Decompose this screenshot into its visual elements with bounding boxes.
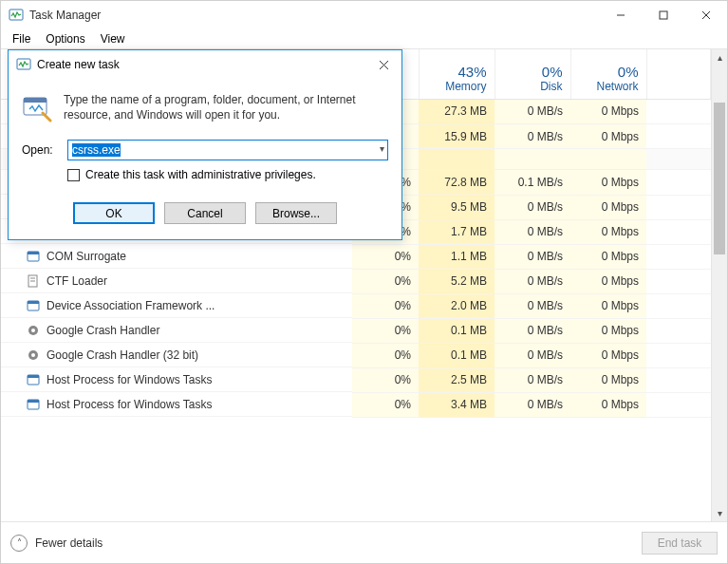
menu-options[interactable]: Options	[38, 30, 92, 47]
disk-cell: 0 MB/s	[495, 293, 570, 318]
end-task-button[interactable]: End task	[642, 532, 718, 555]
process-name-cell: Google Crash Handler	[1, 318, 352, 343]
process-icon	[26, 372, 41, 387]
cpu-cell: 0%	[352, 392, 419, 417]
network-cell: 0 Mbps	[570, 269, 646, 293]
open-combobox[interactable]: ▾	[67, 140, 388, 160]
scroll-down-icon[interactable]: ▾	[712, 505, 727, 521]
network-cell: 0 Mbps	[570, 343, 646, 367]
col-memory[interactable]: 43%Memory	[419, 49, 495, 99]
process-name-cell: COM Surrogate	[1, 244, 352, 269]
table-row[interactable]: Host Process for Windows Tasks0%3.4 MB0 …	[1, 392, 711, 417]
network-cell: 0 Mbps	[570, 244, 646, 269]
svg-point-23	[31, 353, 35, 357]
vertical-scrollbar[interactable]: ▴ ▾	[711, 49, 727, 521]
footer-bar: ˄ Fewer details End task	[1, 521, 727, 563]
process-name: Host Process for Windows Tasks	[47, 373, 213, 386]
run-dialog-icon	[22, 92, 52, 122]
menu-file[interactable]: File	[5, 30, 38, 47]
network-cell: 0 Mbps	[570, 195, 646, 219]
memory-cell: 2.0 MB	[419, 293, 495, 318]
dialog-titlebar[interactable]: Create new task	[9, 50, 401, 79]
network-cell: 0 Mbps	[570, 219, 646, 244]
network-cell: 0 Mbps	[570, 392, 646, 417]
menubar: File Options View	[1, 29, 727, 48]
process-name: COM Surrogate	[47, 250, 126, 263]
process-icon	[26, 298, 41, 313]
process-name: Host Process for Windows Tasks	[47, 398, 213, 411]
disk-cell: 0 MB/s	[495, 99, 570, 124]
table-row[interactable]: Google Crash Handler (32 bit)0%0.1 MB0 M…	[1, 343, 711, 367]
table-row[interactable]: Host Process for Windows Tasks0%2.5 MB0 …	[1, 367, 711, 392]
memory-cell: 3.4 MB	[419, 392, 495, 417]
admin-checkbox[interactable]	[67, 169, 80, 181]
process-name-cell: Google Crash Handler (32 bit)	[1, 343, 352, 367]
disk-cell: 0.1 MB/s	[495, 170, 570, 196]
memory-cell: 9.5 MB	[419, 195, 495, 219]
browse-button[interactable]: Browse...	[255, 202, 337, 224]
ok-button[interactable]: OK	[73, 202, 155, 224]
scroll-thumb[interactable]	[714, 103, 725, 254]
memory-cell: 0.1 MB	[419, 318, 495, 343]
dialog-title: Create new task	[37, 58, 365, 71]
svg-rect-25	[28, 375, 39, 378]
process-icon	[26, 323, 41, 338]
svg-rect-14	[28, 252, 39, 254]
cpu-cell: 0%	[352, 318, 419, 343]
process-icon	[26, 397, 41, 412]
process-name: Device Association Framework ...	[47, 299, 215, 312]
process-name-cell: Host Process for Windows Tasks	[1, 392, 352, 417]
memory-cell: 1.7 MB	[419, 219, 495, 244]
create-task-dialog: Create new task Type the name of a progr…	[8, 49, 402, 240]
cpu-cell: 0%	[352, 293, 419, 318]
disk-cell: 0 MB/s	[495, 124, 570, 149]
open-label: Open:	[22, 143, 58, 157]
memory-cell: 1.1 MB	[419, 244, 495, 269]
table-row[interactable]: COM Surrogate0%1.1 MB0 MB/s0 Mbps	[1, 244, 711, 269]
col-disk[interactable]: 0%Disk	[495, 49, 570, 99]
memory-cell: 27.3 MB	[419, 99, 495, 124]
cpu-cell: 0%	[352, 244, 419, 269]
cpu-cell: 0%	[352, 269, 419, 293]
task-manager-icon	[16, 57, 31, 72]
titlebar[interactable]: Task Manager	[1, 1, 727, 29]
col-network[interactable]: 0%Network	[570, 49, 646, 99]
window-title: Task Manager	[29, 9, 599, 22]
admin-label: Create this task with administrative pri…	[85, 168, 316, 181]
memory-cell: 15.9 MB	[419, 124, 495, 149]
minimize-button[interactable]	[599, 1, 642, 29]
task-manager-icon	[9, 8, 24, 23]
open-input[interactable]	[67, 140, 388, 160]
process-icon	[26, 249, 41, 264]
process-name: CTF Loader	[47, 274, 107, 288]
disk-cell: 0 MB/s	[495, 392, 570, 417]
cpu-cell: 0%	[352, 343, 419, 367]
menu-view[interactable]: View	[93, 30, 133, 47]
disk-cell: 0 MB/s	[495, 343, 570, 367]
fewer-details-label: Fewer details	[35, 536, 103, 550]
network-cell: 0 Mbps	[570, 367, 646, 392]
chevron-down-icon[interactable]: ▾	[380, 143, 384, 154]
process-name-cell: Host Process for Windows Tasks	[1, 367, 352, 392]
chevron-up-icon: ˄	[10, 535, 28, 552]
dialog-close-button[interactable]	[365, 50, 401, 79]
maximize-button[interactable]	[642, 1, 684, 29]
close-button[interactable]	[684, 1, 727, 29]
svg-point-21	[31, 329, 35, 332]
process-name: Google Crash Handler (32 bit)	[47, 348, 198, 362]
table-row[interactable]: CTF Loader0%5.2 MB0 MB/s0 Mbps	[1, 269, 711, 293]
process-icon	[26, 348, 41, 363]
disk-cell: 0 MB/s	[495, 318, 570, 343]
dialog-instruction: Type the name of a program, folder, docu…	[64, 92, 388, 122]
disk-cell: 0 MB/s	[495, 219, 570, 244]
scroll-up-icon[interactable]: ▴	[712, 49, 727, 66]
table-row[interactable]: Google Crash Handler0%0.1 MB0 MB/s0 Mbps	[1, 318, 711, 343]
svg-rect-2	[660, 11, 667, 19]
table-row[interactable]: Device Association Framework ...0%2.0 MB…	[1, 293, 711, 318]
fewer-details-button[interactable]: ˄ Fewer details	[10, 535, 103, 552]
process-name-cell: CTF Loader	[1, 269, 352, 293]
svg-rect-32	[24, 98, 47, 103]
memory-cell: 0.1 MB	[419, 343, 495, 367]
svg-rect-27	[28, 400, 39, 403]
cancel-button[interactable]: Cancel	[164, 202, 246, 224]
